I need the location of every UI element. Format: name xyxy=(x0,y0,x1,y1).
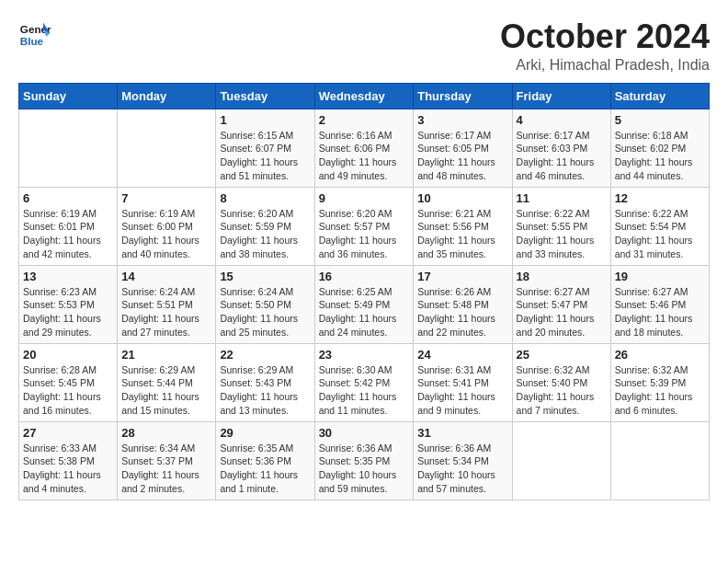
header-sunday: Sunday xyxy=(19,83,118,109)
calendar-cell: 29Sunrise: 6:35 AM Sunset: 5:36 PM Dayli… xyxy=(216,421,314,500)
calendar-cell: 5Sunrise: 6:18 AM Sunset: 6:02 PM Daylig… xyxy=(610,109,709,187)
calendar-table: SundayMondayTuesdayWednesdayThursdayFrid… xyxy=(18,83,710,500)
day-number: 4 xyxy=(517,113,607,127)
day-info: Sunrise: 6:27 AM Sunset: 5:46 PM Dayligh… xyxy=(615,285,705,339)
header-friday: Friday xyxy=(512,83,610,109)
day-number: 18 xyxy=(517,270,607,283)
calendar-cell: 21Sunrise: 6:29 AM Sunset: 5:44 PM Dayli… xyxy=(118,343,216,421)
calendar-cell: 25Sunrise: 6:32 AM Sunset: 5:40 PM Dayli… xyxy=(512,343,610,421)
day-info: Sunrise: 6:19 AM Sunset: 6:01 PM Dayligh… xyxy=(23,207,113,261)
day-number: 23 xyxy=(319,348,410,362)
calendar-cell: 1Sunrise: 6:15 AM Sunset: 6:07 PM Daylig… xyxy=(216,109,314,187)
day-number: 8 xyxy=(220,191,310,205)
calendar-cell: 28Sunrise: 6:34 AM Sunset: 5:37 PM Dayli… xyxy=(118,421,216,500)
day-number: 13 xyxy=(23,270,113,283)
calendar-cell xyxy=(118,109,216,187)
day-number: 3 xyxy=(417,113,507,127)
day-info: Sunrise: 6:36 AM Sunset: 5:34 PM Dayligh… xyxy=(417,442,507,496)
header-wednesday: Wednesday xyxy=(314,83,414,109)
calendar-cell: 11Sunrise: 6:22 AM Sunset: 5:55 PM Dayli… xyxy=(512,187,610,265)
day-info: Sunrise: 6:17 AM Sunset: 6:03 PM Dayligh… xyxy=(517,129,607,183)
day-info: Sunrise: 6:17 AM Sunset: 6:05 PM Dayligh… xyxy=(417,129,507,183)
day-number: 20 xyxy=(23,348,113,362)
day-number: 26 xyxy=(615,348,705,362)
month-title: October 2024 xyxy=(500,18,710,55)
day-number: 2 xyxy=(319,113,410,127)
page-header: General Blue October 2024 Arki, Himachal… xyxy=(18,18,710,74)
day-number: 6 xyxy=(23,191,113,205)
calendar-cell xyxy=(512,421,610,500)
day-number: 29 xyxy=(220,426,310,440)
calendar-cell: 6Sunrise: 6:19 AM Sunset: 6:01 PM Daylig… xyxy=(19,187,118,265)
day-info: Sunrise: 6:28 AM Sunset: 5:45 PM Dayligh… xyxy=(23,363,113,418)
day-number: 10 xyxy=(417,191,507,205)
day-info: Sunrise: 6:20 AM Sunset: 5:57 PM Dayligh… xyxy=(319,207,410,261)
day-number: 11 xyxy=(517,191,607,205)
day-number: 1 xyxy=(220,113,310,127)
day-info: Sunrise: 6:33 AM Sunset: 5:38 PM Dayligh… xyxy=(23,442,113,496)
title-area: October 2024 Arki, Himachal Pradesh, Ind… xyxy=(500,18,710,74)
day-number: 21 xyxy=(121,348,211,362)
calendar-header-row: SundayMondayTuesdayWednesdayThursdayFrid… xyxy=(19,83,710,109)
day-info: Sunrise: 6:31 AM Sunset: 5:41 PM Dayligh… xyxy=(417,363,507,418)
day-info: Sunrise: 6:15 AM Sunset: 6:07 PM Dayligh… xyxy=(220,129,310,183)
calendar-week-1: 1Sunrise: 6:15 AM Sunset: 6:07 PM Daylig… xyxy=(19,109,710,187)
header-thursday: Thursday xyxy=(414,83,512,109)
calendar-cell: 23Sunrise: 6:30 AM Sunset: 5:42 PM Dayli… xyxy=(314,343,414,421)
calendar-cell: 20Sunrise: 6:28 AM Sunset: 5:45 PM Dayli… xyxy=(19,343,118,421)
header-monday: Monday xyxy=(118,83,216,109)
calendar-week-4: 20Sunrise: 6:28 AM Sunset: 5:45 PM Dayli… xyxy=(19,343,710,421)
logo: General Blue xyxy=(18,18,51,52)
day-info: Sunrise: 6:29 AM Sunset: 5:44 PM Dayligh… xyxy=(121,363,211,418)
calendar-cell: 15Sunrise: 6:24 AM Sunset: 5:50 PM Dayli… xyxy=(216,265,314,343)
day-number: 16 xyxy=(319,270,410,283)
day-number: 9 xyxy=(319,191,410,205)
day-number: 12 xyxy=(615,191,705,205)
calendar-cell: 9Sunrise: 6:20 AM Sunset: 5:57 PM Daylig… xyxy=(314,187,414,265)
calendar-cell: 30Sunrise: 6:36 AM Sunset: 5:35 PM Dayli… xyxy=(314,421,414,500)
day-info: Sunrise: 6:34 AM Sunset: 5:37 PM Dayligh… xyxy=(121,442,211,496)
day-info: Sunrise: 6:24 AM Sunset: 5:50 PM Dayligh… xyxy=(220,285,310,339)
day-info: Sunrise: 6:30 AM Sunset: 5:42 PM Dayligh… xyxy=(319,363,410,418)
calendar-week-3: 13Sunrise: 6:23 AM Sunset: 5:53 PM Dayli… xyxy=(19,265,710,343)
day-number: 24 xyxy=(417,348,507,362)
header-tuesday: Tuesday xyxy=(216,83,314,109)
day-number: 15 xyxy=(220,270,310,283)
day-info: Sunrise: 6:35 AM Sunset: 5:36 PM Dayligh… xyxy=(220,442,310,496)
calendar-cell: 16Sunrise: 6:25 AM Sunset: 5:49 PM Dayli… xyxy=(314,265,414,343)
calendar-cell: 14Sunrise: 6:24 AM Sunset: 5:51 PM Dayli… xyxy=(118,265,216,343)
calendar-cell xyxy=(19,109,118,187)
day-number: 31 xyxy=(417,426,507,440)
day-info: Sunrise: 6:27 AM Sunset: 5:47 PM Dayligh… xyxy=(517,285,607,339)
day-info: Sunrise: 6:24 AM Sunset: 5:51 PM Dayligh… xyxy=(121,285,211,339)
calendar-cell: 19Sunrise: 6:27 AM Sunset: 5:46 PM Dayli… xyxy=(610,265,709,343)
calendar-cell: 7Sunrise: 6:19 AM Sunset: 6:00 PM Daylig… xyxy=(118,187,216,265)
day-info: Sunrise: 6:16 AM Sunset: 6:06 PM Dayligh… xyxy=(319,129,410,183)
day-number: 22 xyxy=(220,348,310,362)
day-info: Sunrise: 6:26 AM Sunset: 5:48 PM Dayligh… xyxy=(417,285,507,339)
calendar-cell: 13Sunrise: 6:23 AM Sunset: 5:53 PM Dayli… xyxy=(19,265,118,343)
svg-text:Blue: Blue xyxy=(20,35,44,47)
day-info: Sunrise: 6:32 AM Sunset: 5:40 PM Dayligh… xyxy=(517,363,607,418)
day-info: Sunrise: 6:22 AM Sunset: 5:54 PM Dayligh… xyxy=(615,207,705,261)
day-number: 14 xyxy=(121,270,211,283)
calendar-cell: 26Sunrise: 6:32 AM Sunset: 5:39 PM Dayli… xyxy=(610,343,709,421)
calendar-cell: 17Sunrise: 6:26 AM Sunset: 5:48 PM Dayli… xyxy=(414,265,512,343)
calendar-cell: 18Sunrise: 6:27 AM Sunset: 5:47 PM Dayli… xyxy=(512,265,610,343)
calendar-cell: 4Sunrise: 6:17 AM Sunset: 6:03 PM Daylig… xyxy=(512,109,610,187)
calendar-cell: 27Sunrise: 6:33 AM Sunset: 5:38 PM Dayli… xyxy=(19,421,118,500)
day-info: Sunrise: 6:25 AM Sunset: 5:49 PM Dayligh… xyxy=(319,285,410,339)
day-number: 17 xyxy=(417,270,507,283)
day-info: Sunrise: 6:29 AM Sunset: 5:43 PM Dayligh… xyxy=(220,363,310,418)
day-info: Sunrise: 6:22 AM Sunset: 5:55 PM Dayligh… xyxy=(517,207,607,261)
day-number: 7 xyxy=(121,191,211,205)
day-info: Sunrise: 6:20 AM Sunset: 5:59 PM Dayligh… xyxy=(220,207,310,261)
day-info: Sunrise: 6:21 AM Sunset: 5:56 PM Dayligh… xyxy=(417,207,507,261)
logo-icon: General Blue xyxy=(18,18,51,52)
header-saturday: Saturday xyxy=(610,83,709,109)
day-number: 19 xyxy=(615,270,705,283)
day-number: 30 xyxy=(319,426,410,440)
calendar-cell: 3Sunrise: 6:17 AM Sunset: 6:05 PM Daylig… xyxy=(414,109,512,187)
day-info: Sunrise: 6:32 AM Sunset: 5:39 PM Dayligh… xyxy=(615,363,705,418)
calendar-cell: 8Sunrise: 6:20 AM Sunset: 5:59 PM Daylig… xyxy=(216,187,314,265)
